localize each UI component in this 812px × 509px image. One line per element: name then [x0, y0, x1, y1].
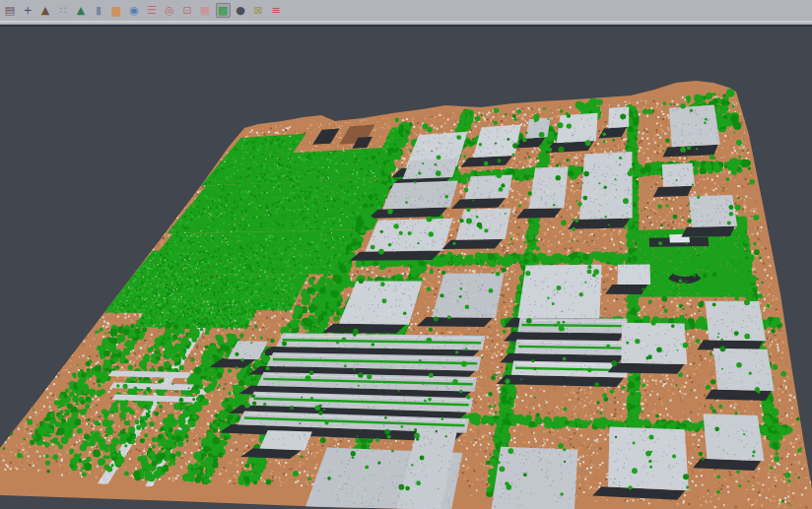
terrain-dem-icon[interactable]: ▲ — [38, 3, 53, 18]
toolbar: ▤+▲∷▲▮▆◉☰◎⊡▦▩●⊠≡ — [0, 0, 812, 21]
application-window: ▤+▲∷▲▮▆◉☰◎⊡▦▩●⊠≡ — [0, 0, 812, 509]
viewport-container — [0, 27, 812, 509]
profile-view-icon[interactable]: ▮ — [92, 3, 106, 18]
pan-move-icon[interactable]: + — [21, 3, 35, 18]
grid-icon[interactable]: ▦ — [198, 3, 213, 18]
contours-icon[interactable]: ☰ — [145, 3, 160, 18]
viewport-3d-point-cloud[interactable] — [0, 27, 812, 509]
globe-3d-icon[interactable]: ◉ — [127, 3, 142, 18]
classification-color-icon[interactable]: ▩ — [216, 3, 231, 18]
open-file-icon[interactable]: ▤ — [3, 3, 18, 18]
sphere-render-icon[interactable]: ● — [234, 3, 248, 18]
target-center-icon[interactable]: ◎ — [163, 3, 177, 18]
tin-surface-icon[interactable]: ▲ — [74, 3, 89, 18]
points-icon[interactable]: ∷ — [56, 3, 71, 18]
layers-icon[interactable]: ≡ — [269, 3, 284, 18]
measure-icon[interactable]: ⊠ — [251, 3, 266, 18]
zoom-extent-icon[interactable]: ⊡ — [180, 3, 195, 18]
ortho-view-icon[interactable]: ▆ — [109, 3, 124, 18]
